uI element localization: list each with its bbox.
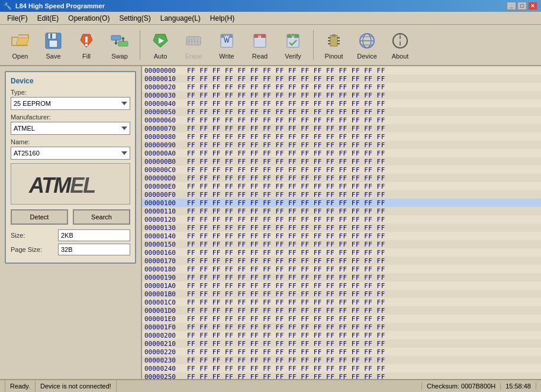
erase-label: Erase: [185, 53, 202, 60]
device-box: Device Type: 25 EEPROM Manufacturer: ATM…: [5, 71, 136, 264]
hex-row[interactable]: 000000F0FF FF FF FF FF FF FF FF FF FF FF…: [142, 190, 541, 199]
hex-row[interactable]: 00000150FF FF FF FF FF FF FF FF FF FF FF…: [142, 240, 541, 248]
about-button[interactable]: i i About: [385, 27, 416, 63]
hex-row[interactable]: 00000250FF FF FF FF FF FF FF FF FF FF FF…: [142, 372, 541, 379]
hex-bytes: FF FF FF FF FF FF FF FF FF FF FF FF FF F…: [187, 241, 539, 248]
hex-row[interactable]: 00000190FF FF FF FF FF FF FF FF FF FF FF…: [142, 273, 541, 281]
status-bar: Ready. Device is not connected! Checksum…: [0, 379, 541, 392]
hex-bytes: FF FF FF FF FF FF FF FF FF FF FF FF FF F…: [187, 249, 539, 257]
size-value: 2KB: [58, 229, 130, 241]
hex-row[interactable]: 000001B0FF FF FF FF FF FF FF FF FF FF FF…: [142, 290, 541, 298]
hex-row[interactable]: 00000020FF FF FF FF FF FF FF FF FF FF FF…: [142, 83, 541, 91]
hex-row[interactable]: 00000160FF FF FF FF FF FF FF FF FF FF FF…: [142, 248, 541, 257]
about-icon: i i: [389, 30, 411, 51]
hex-row[interactable]: 00000230FF FF FF FF FF FF FF FF FF FF FF…: [142, 356, 541, 364]
menu-setting[interactable]: Setting(S): [114, 13, 155, 24]
hex-address: 000001C0: [144, 299, 187, 306]
hex-scroll[interactable]: 00000000FF FF FF FF FF FF FF FF FF FF FF…: [142, 66, 541, 379]
hex-row[interactable]: 00000130FF FF FF FF FF FF FF FF FF FF FF…: [142, 223, 541, 232]
pinout-icon: [323, 30, 344, 51]
hex-address: 00000100: [144, 199, 187, 207]
hex-row[interactable]: 000001F0FF FF FF FF FF FF FF FF FF FF FF…: [142, 323, 541, 331]
type-label: Type:: [11, 89, 130, 96]
verify-button[interactable]: V Verify: [278, 27, 308, 63]
maximize-button[interactable]: □: [517, 2, 527, 10]
erase-button[interactable]: Erase: [178, 27, 209, 63]
hex-row[interactable]: 00000030FF FF FF FF FF FF FF FF FF FF FF…: [142, 91, 541, 99]
hex-row[interactable]: 00000060FF FF FF FF FF FF FF FF FF FF FF…: [142, 116, 541, 124]
hex-row[interactable]: 00000040FF FF FF FF FF FF FF FF FF FF FF…: [142, 99, 541, 108]
hex-row[interactable]: 00000010FF FF FF FF FF FF FF FF FF FF FF…: [142, 74, 541, 83]
hex-row[interactable]: 00000170FF FF FF FF FF FF FF FF FF FF FF…: [142, 257, 541, 265]
pinout-button[interactable]: Pinout: [318, 27, 349, 63]
hex-row[interactable]: 000000A0FF FF FF FF FF FF FF FF FF FF FF…: [142, 149, 541, 157]
hex-row[interactable]: 00000220FF FF FF FF FF FF FF FF FF FF FF…: [142, 348, 541, 356]
write-button[interactable]: W W Write: [211, 27, 242, 63]
menu-edit[interactable]: Edit(E): [33, 13, 64, 24]
hex-row[interactable]: 000001A0FF FF FF FF FF FF FF FF FF FF FF…: [142, 281, 541, 290]
status-right: Checksum: 0007B800H 15:58:48: [421, 383, 536, 390]
hex-row[interactable]: 000000B0FF FF FF FF FF FF FF FF FF FF FF…: [142, 157, 541, 166]
detect-search-row: Detect Search: [11, 209, 130, 225]
minimize-button[interactable]: _: [507, 2, 516, 10]
hex-row[interactable]: 00000140FF FF FF FF FF FF FF FF FF FF FF…: [142, 232, 541, 240]
fill-button[interactable]: Fill: [71, 27, 102, 63]
hex-address: 00000200: [144, 332, 187, 339]
hex-row[interactable]: 00000200FF FF FF FF FF FF FF FF FF FF FF…: [142, 331, 541, 339]
menu-language[interactable]: Language(L): [156, 13, 205, 24]
close-button[interactable]: ✕: [528, 2, 537, 10]
device-label: Device: [357, 53, 377, 60]
hex-bytes: FF FF FF FF FF FF FF FF FF FF FF FF FF F…: [187, 141, 539, 149]
hex-bytes: FF FF FF FF FF FF FF FF FF FF FF FF FF F…: [187, 108, 539, 116]
name-select[interactable]: AT25160: [11, 147, 130, 160]
detect-button[interactable]: Detect: [11, 209, 68, 225]
device-button[interactable]: Device: [352, 27, 382, 63]
hex-row[interactable]: 00000080FF FF FF FF FF FF FF FF FF FF FF…: [142, 132, 541, 141]
hex-address: 00000030: [144, 92, 187, 99]
hex-row[interactable]: 000000C0FF FF FF FF FF FF FF FF FF FF FF…: [142, 166, 541, 174]
save-icon: [43, 30, 64, 51]
auto-icon: [150, 30, 171, 51]
hex-row[interactable]: 00000240FF FF FF FF FF FF FF FF FF FF FF…: [142, 364, 541, 372]
hex-row[interactable]: 00000120FF FF FF FF FF FF FF FF FF FF FF…: [142, 215, 541, 223]
hex-address: 00000060: [144, 116, 187, 124]
save-button[interactable]: Save: [38, 27, 69, 63]
menu-file[interactable]: File(F): [2, 13, 33, 24]
left-panel: Device Type: 25 EEPROM Manufacturer: ATM…: [0, 66, 142, 379]
size-row: Size: 2KB: [11, 229, 130, 241]
page-size-label: Page Size:: [11, 246, 58, 253]
hex-row[interactable]: 00000050FF FF FF FF FF FF FF FF FF FF FF…: [142, 108, 541, 116]
open-button[interactable]: Open: [5, 27, 36, 63]
read-label: Read: [252, 53, 268, 60]
hex-row[interactable]: 00000210FF FF FF FF FF FF FF FF FF FF FF…: [142, 339, 541, 348]
hex-bytes: FF FF FF FF FF FF FF FF FF FF FF FF FF F…: [187, 150, 539, 157]
hex-row[interactable]: 00000100FF FF FF FF FF FF FF FF FF FF FF…: [142, 199, 541, 207]
read-button[interactable]: R Read: [244, 27, 275, 63]
menu-help[interactable]: Help(H): [205, 13, 239, 24]
auto-label: Auto: [154, 53, 168, 60]
menu-operation[interactable]: Operation(O): [63, 13, 114, 24]
hex-row[interactable]: 00000000FF FF FF FF FF FF FF FF FF FF FF…: [142, 66, 541, 74]
hex-row[interactable]: 000001E0FF FF FF FF FF FF FF FF FF FF FF…: [142, 315, 541, 323]
hex-bytes: FF FF FF FF FF FF FF FF FF FF FF FF FF F…: [187, 232, 539, 240]
svg-text:R: R: [258, 34, 262, 40]
auto-button[interactable]: Auto: [145, 27, 176, 63]
hex-row[interactable]: 00000090FF FF FF FF FF FF FF FF FF FF FF…: [142, 141, 541, 149]
hex-row[interactable]: 000000D0FF FF FF FF FF FF FF FF FF FF FF…: [142, 174, 541, 182]
hex-bytes: FF FF FF FF FF FF FF FF FF FF FF FF FF F…: [187, 133, 539, 141]
swap-button[interactable]: Swap: [104, 27, 135, 63]
hex-bytes: FF FF FF FF FF FF FF FF FF FF FF FF FF F…: [187, 373, 539, 380]
hex-row[interactable]: 000001D0FF FF FF FF FF FF FF FF FF FF FF…: [142, 306, 541, 315]
type-select[interactable]: 25 EEPROM: [11, 97, 130, 110]
search-button[interactable]: Search: [73, 209, 130, 225]
hex-row[interactable]: 000000E0FF FF FF FF FF FF FF FF FF FF FF…: [142, 182, 541, 190]
open-label: Open: [12, 53, 28, 60]
svg-rect-9: [50, 34, 52, 38]
manufacturer-select[interactable]: ATMEL: [11, 122, 130, 135]
hex-row[interactable]: 00000180FF FF FF FF FF FF FF FF FF FF FF…: [142, 265, 541, 273]
hex-row[interactable]: 00000070FF FF FF FF FF FF FF FF FF FF FF…: [142, 124, 541, 132]
hex-row[interactable]: 00000110FF FF FF FF FF FF FF FF FF FF FF…: [142, 207, 541, 215]
hex-row[interactable]: 000001C0FF FF FF FF FF FF FF FF FF FF FF…: [142, 298, 541, 306]
hex-address: 00000020: [144, 83, 187, 91]
hex-bytes: FF FF FF FF FF FF FF FF FF FF FF FF FF F…: [187, 208, 539, 215]
